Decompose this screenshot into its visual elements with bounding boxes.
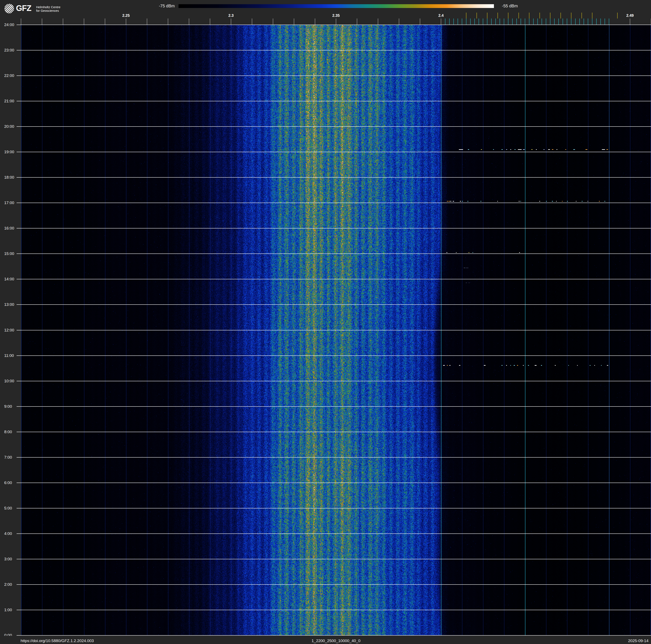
hour-gridline (17, 406, 651, 407)
bluetooth-channel-tick (575, 19, 576, 25)
wifi-channel-tick (560, 12, 561, 19)
hour-gridline (17, 381, 651, 381)
hour-gridline (17, 304, 651, 305)
footer-bar: https://doi.org/10.5880/GFZ.1.2.2024.003… (0, 636, 651, 644)
hour-gridline (17, 635, 651, 636)
freq-minor-tick (147, 19, 147, 25)
bluetooth-channel-tick (592, 19, 592, 25)
time-label: 16:00 (4, 226, 14, 231)
bluetooth-channel-tick (579, 19, 580, 25)
wifi-channel-tick (592, 12, 592, 19)
time-label: 22:00 (4, 73, 14, 78)
freq-minor-tick (357, 19, 357, 25)
freq-minor-tick (210, 19, 210, 25)
hour-gridline (17, 330, 651, 330)
bluetooth-channel-tick (596, 19, 597, 25)
bluetooth-channel-tick (529, 19, 529, 25)
bluetooth-channel-tick (588, 19, 588, 25)
freq-tick-label: 2.35 (332, 13, 340, 18)
bluetooth-channel-tick (491, 19, 492, 25)
colorbar-max-label: -55 dBm (502, 4, 518, 8)
freq-minor-tick (315, 19, 315, 25)
freq-tick-label: 2.4 (438, 13, 443, 18)
bluetooth-channel-tick (483, 19, 483, 25)
freq-minor-tick (399, 19, 399, 25)
time-label: 7:00 (4, 455, 12, 460)
wifi-channel-tick (617, 12, 618, 19)
bluetooth-channel-tick (600, 19, 601, 25)
bluetooth-channel-tick (454, 19, 454, 25)
bluetooth-channel-tick (550, 19, 550, 25)
time-label: 5:00 (4, 506, 12, 511)
hour-gridline (17, 432, 651, 432)
dataset-id: 1_2200_2500_10000_40_0 (21, 639, 651, 643)
bluetooth-channel-tick (512, 19, 513, 25)
time-label: 8:00 (4, 430, 12, 435)
hour-gridline (17, 50, 651, 51)
gfz-logo-icon (4, 4, 14, 14)
bluetooth-channel-tick (500, 19, 500, 25)
hour-gridline (17, 126, 651, 127)
bluetooth-channel-tick (470, 19, 471, 25)
spectrogram-viewer: { "header": { "logo": { "wordmark": "GFZ… (0, 0, 651, 644)
bluetooth-channel-tick (462, 19, 462, 25)
bluetooth-channel-tick (445, 19, 445, 25)
time-label: 15:00 (4, 251, 14, 256)
freq-minor-tick (294, 19, 294, 25)
time-label: 11:00 (4, 353, 14, 358)
bluetooth-channel-tick (533, 19, 534, 25)
bluetooth-channel-tick (458, 19, 458, 25)
wifi-channel-tick (571, 12, 571, 19)
freq-minor-tick (336, 19, 336, 25)
bluetooth-channel-tick (449, 19, 450, 25)
freq-minor-tick (105, 19, 105, 25)
hour-gridline (17, 152, 651, 152)
bluetooth-channel-tick (495, 19, 496, 25)
bluetooth-channel-tick (546, 19, 546, 25)
freq-minor-tick (420, 19, 420, 25)
bluetooth-channel-tick (466, 19, 466, 25)
time-label: 6:00 (4, 480, 12, 485)
freq-minor-tick (252, 19, 252, 25)
time-label: 3:00 (4, 557, 12, 562)
wifi-channel-tick (539, 12, 540, 19)
hour-gridline (17, 254, 651, 254)
hour-gridline (17, 25, 651, 25)
bluetooth-channel-tick (571, 19, 571, 25)
header-bar: GFZ Helmholtz Centre for Geosciences -75… (0, 0, 651, 25)
time-label: 19:00 (4, 149, 14, 154)
hour-gridline (17, 584, 651, 585)
freq-tick-label: 2.49 (626, 13, 633, 18)
wifi-channel-tick (508, 12, 508, 19)
time-label: 12:00 (4, 328, 14, 333)
freq-tick-label: 2.25 (122, 13, 130, 18)
bluetooth-channel-tick (584, 19, 584, 25)
time-label: 21:00 (4, 98, 14, 104)
freq-minor-tick (630, 19, 630, 25)
wifi-channel-tick (476, 12, 477, 19)
hour-gridline (17, 355, 651, 356)
bluetooth-channel-tick (563, 19, 563, 25)
bluetooth-channel-tick (508, 19, 508, 25)
freq-minor-tick (441, 19, 441, 25)
bluetooth-channel-tick (474, 19, 475, 25)
time-label: 1:00 (4, 608, 12, 612)
time-label: 9:00 (4, 404, 12, 409)
bluetooth-channel-tick (525, 19, 525, 25)
freq-minor-tick (84, 19, 84, 25)
time-label: 10:00 (4, 379, 14, 384)
freq-minor-tick (21, 19, 21, 25)
bluetooth-channel-tick (567, 19, 567, 25)
hour-gridline (17, 610, 651, 610)
hour-gridline (17, 533, 651, 534)
freq-minor-tick (189, 19, 189, 25)
hour-gridline (17, 559, 651, 559)
gfz-wordmark: GFZ (16, 4, 31, 13)
wifi-channel-tick (582, 12, 582, 19)
bluetooth-channel-tick (554, 19, 555, 25)
freq-minor-tick (168, 19, 168, 25)
wifi-channel-tick (550, 12, 550, 19)
hour-gridline (17, 457, 651, 458)
gfz-subtitle: Helmholtz Centre for Geosciences (36, 5, 60, 12)
time-label: 24:00 (4, 22, 14, 27)
